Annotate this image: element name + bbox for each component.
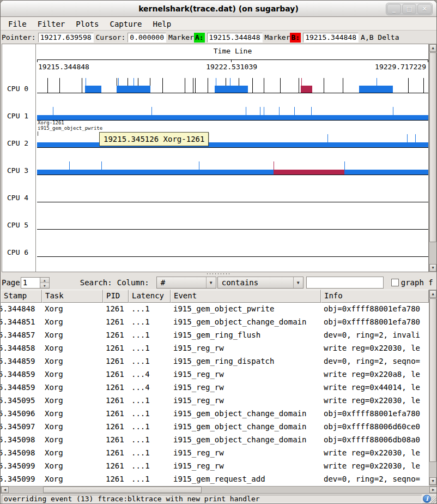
table-row[interactable]: 5.344858Xorg1261...1i915_reg_rwwrite reg… — [1, 342, 429, 355]
event-tick — [252, 78, 253, 93]
cpu-row[interactable] — [37, 104, 428, 121]
column-dropdown[interactable]: # ▼ — [156, 277, 216, 289]
column-header-latency[interactable]: Latency — [129, 290, 171, 303]
graph-vscroll-thumb[interactable] — [429, 52, 436, 242]
cursor-label: Cursor: — [96, 33, 126, 41]
event-tick — [118, 78, 119, 93]
menu-plots[interactable]: Plots — [70, 19, 104, 29]
scroll-up-icon[interactable]: ▲ — [429, 44, 436, 52]
search-input[interactable] — [306, 277, 384, 289]
cpu-activity-bar — [37, 115, 428, 120]
scroll-down-icon[interactable]: ▼ — [429, 264, 436, 272]
table-row[interactable]: 5.345098Xorg1261...1i915_reg_rwwrite reg… — [1, 447, 429, 460]
column-header-event[interactable]: Event — [171, 290, 321, 303]
spin-up-icon[interactable]: ▲ — [40, 278, 49, 283]
cell-latency: ...1 — [129, 421, 171, 434]
minimize-button[interactable]: _ — [387, 4, 401, 14]
page-label: Page — [2, 278, 20, 287]
cell-latency: ...1 — [129, 447, 171, 460]
axis-timestamp-mid: 19222.531039 — [206, 63, 257, 71]
column-header-task[interactable]: Task — [42, 290, 103, 303]
page-spinner[interactable]: 1 ▲ ▼ — [21, 277, 50, 289]
operator-dropdown[interactable]: contains ▼ — [217, 277, 304, 289]
table-row[interactable]: 5.345098Xorg1261...1i915_gem_object_chan… — [1, 434, 429, 447]
table-row[interactable]: 5.344859Xorg1261...4i915_reg_rwwrite reg… — [1, 381, 429, 394]
menu-capture[interactable]: Capture — [104, 19, 147, 29]
cpu-row[interactable] — [37, 77, 428, 93]
graph-vscrollbar[interactable]: ▲ ▼ — [429, 44, 437, 272]
event-tick — [260, 107, 260, 120]
maximize-button[interactable]: □ — [402, 4, 416, 14]
plot-area[interactable]: Time Line 19215.344848 19222.531039 1922… — [37, 44, 428, 272]
cpu-labels-column: CPU 0CPU 1CPU 2CPU 3CPU 4CPU 5CPU 6 — [2, 44, 36, 272]
scroll-right-icon[interactable]: ▶ — [429, 487, 437, 493]
marker-b-badge[interactable]: B: — [290, 33, 301, 43]
cell-info: dev=0, ring=2, seqno= — [321, 473, 429, 484]
table-row[interactable]: 5.345099Xorg1261...1i915_reg_rwwrite reg… — [1, 460, 429, 473]
marker-a-badge[interactable]: A: — [194, 33, 205, 43]
scroll-down-icon[interactable]: ▼ — [429, 477, 436, 485]
cpu-label: CPU 1 — [7, 112, 28, 120]
menu-filter[interactable]: Filter — [32, 19, 71, 29]
menu-file[interactable]: File — [3, 19, 32, 29]
table-row[interactable]: 5.345097Xorg1261...1i915_gem_object_chan… — [1, 421, 429, 434]
axis-tick — [428, 59, 428, 62]
cell-stamp: 5.345097 — [1, 421, 42, 434]
event-tick — [377, 78, 377, 93]
table-hscroll-thumb[interactable] — [43, 487, 202, 493]
table-vscrollbar[interactable]: ▲ ▼ — [429, 290, 437, 485]
cpu-row[interactable] — [37, 186, 428, 202]
menu-help[interactable]: Help — [147, 19, 177, 29]
search-bar: Page 1 ▲ ▼ Search: Column: # ▼ contains … — [1, 275, 436, 290]
cpu-row[interactable] — [37, 131, 428, 148]
cell-event: i915_gem_ring_dispatch — [171, 355, 321, 368]
cell-pid: 1261 — [103, 473, 129, 484]
cell-task: Xorg — [42, 316, 103, 329]
event-tick — [324, 78, 324, 93]
timeline-graph[interactable]: CPU 0CPU 1CPU 2CPU 3CPU 4CPU 5CPU 6 Time… — [2, 44, 429, 272]
cpu-row[interactable] — [37, 241, 428, 257]
table-row[interactable]: 5.344859Xorg1261...1i915_gem_ring_dispat… — [1, 355, 429, 368]
column-header-stamp[interactable]: Stamp — [1, 290, 42, 303]
cell-task: Xorg — [42, 329, 103, 342]
cell-info: write reg=0x22030, le — [321, 342, 429, 355]
pointer-label: Pointer: — [2, 33, 36, 41]
cell-task: Xorg — [42, 421, 103, 434]
event-tick — [264, 107, 264, 120]
table-row[interactable]: 5.345095Xorg1261...1i915_reg_rwwrite reg… — [1, 394, 429, 407]
table-row[interactable]: 5.344857Xorg1261...1i915_gem_ring_flushd… — [1, 329, 429, 342]
table-row[interactable]: 5.344848Xorg1261...1i915_gem_object_pwri… — [1, 303, 429, 316]
column-header-pid[interactable]: PID — [103, 290, 129, 303]
cpu-label: CPU 4 — [7, 194, 28, 202]
scroll-up-icon[interactable]: ▲ — [429, 290, 436, 298]
close-button[interactable]: ✕ — [417, 4, 432, 14]
cell-pid: 1261 — [103, 407, 129, 421]
scroll-left-icon[interactable]: ◀ — [1, 487, 9, 493]
cpu-row[interactable] — [37, 213, 428, 230]
table-row[interactable]: 5.344851Xorg1261...1i915_gem_object_chan… — [1, 316, 429, 329]
event-tick — [82, 78, 82, 93]
table-row[interactable]: 5.344859Xorg1261...4i915_reg_rwwrite reg… — [1, 368, 429, 381]
table-row[interactable]: 5.345096Xorg1261...1i915_gem_object_chan… — [1, 407, 429, 421]
cpu-row[interactable] — [37, 159, 428, 175]
table-vscroll-thumb[interactable] — [429, 298, 436, 462]
titlebar[interactable]: kernelshark(trace.dat) (on sugarbay) _ □… — [1, 1, 436, 17]
cell-latency: ...4 — [129, 381, 171, 394]
cell-task: Xorg — [42, 368, 103, 381]
column-header-info[interactable]: Info — [321, 290, 429, 303]
spin-down-icon[interactable]: ▼ — [40, 283, 49, 288]
splitter-handle-icon — [207, 273, 230, 274]
cell-stamp: 5.344848 — [1, 303, 42, 316]
cpu-activity-bar — [37, 170, 428, 175]
event-tick — [193, 78, 193, 93]
cell-task: Xorg — [42, 381, 103, 394]
table-row[interactable]: 5.345099Xorg1261...1i915_gem_request_add… — [1, 473, 429, 484]
cell-pid: 1261 — [103, 434, 129, 447]
cell-pid: 1261 — [103, 316, 129, 329]
graph-follows-checkbox[interactable] — [391, 279, 399, 286]
event-tick — [208, 78, 208, 93]
marker-a-value: 19215.344848 — [207, 33, 263, 43]
table-hscrollbar[interactable]: ◀ ▶ — [1, 486, 437, 494]
resize-grip[interactable] — [431, 496, 436, 504]
page-value[interactable]: 1 — [21, 277, 40, 289]
